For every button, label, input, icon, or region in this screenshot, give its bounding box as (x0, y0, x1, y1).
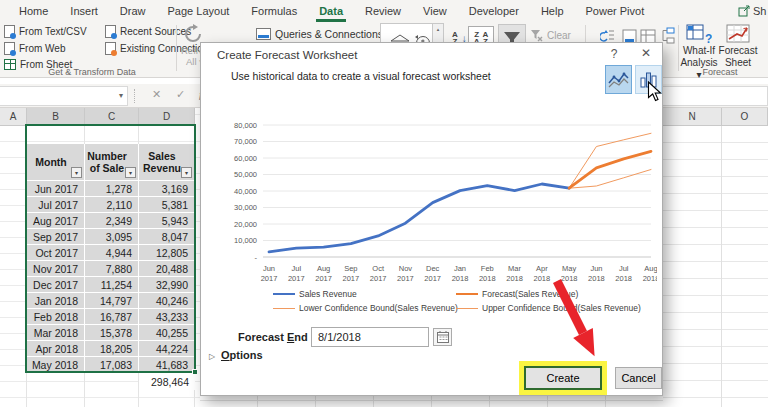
column-header-d[interactable]: D (139, 108, 195, 126)
queries-connections-label: Queries & Connections (275, 28, 383, 40)
tab-formulas[interactable]: Formulas (240, 1, 308, 22)
table-cell[interactable]: Oct 2017 (27, 245, 85, 261)
x-axis-tick: Nov2017 (397, 264, 414, 283)
table-cell[interactable]: 41,683 (139, 357, 195, 373)
table-cell[interactable]: 12,805 (139, 245, 195, 261)
name-box[interactable]: ▾ (0, 86, 128, 106)
table-cell[interactable]: 4,944 (85, 245, 139, 261)
table-cell[interactable]: 2,110 (85, 197, 139, 213)
header-label: Month (35, 156, 67, 168)
table-cell[interactable]: Jun 2017 (27, 181, 85, 197)
tab-draw[interactable]: Draw (109, 1, 157, 22)
table-cell[interactable]: 1,278 (85, 181, 139, 197)
table-header-3[interactable]: Sales Revenu▾ (139, 144, 195, 181)
column-header-a[interactable]: A (0, 108, 27, 126)
column-header-o[interactable]: O (722, 108, 768, 126)
legend-label: Lower Confidence Bound(Sales Revenue) (299, 303, 458, 313)
table-cell[interactable]: 44,224 (139, 341, 195, 357)
table-cell[interactable]: 15,378 (85, 325, 139, 341)
forecast-end-input[interactable] (311, 327, 429, 347)
column-header-b[interactable]: B (27, 108, 85, 126)
table-cell[interactable]: Feb 2018 (27, 309, 85, 325)
table-cell[interactable]: Apr 2018 (27, 341, 85, 357)
table-cell[interactable]: 7,880 (85, 261, 139, 277)
table-cell[interactable]: 17,083 (85, 357, 139, 373)
table-cell[interactable]: Jan 2018 (27, 293, 85, 309)
clear-filter-button[interactable]: Clear (530, 29, 571, 42)
filter-dropdown-button[interactable]: ▾ (181, 167, 192, 178)
table-header-1[interactable]: Month▾ (27, 144, 85, 181)
recent-sources-button[interactable]: Recent Sources (105, 25, 191, 38)
scroll-up-icon[interactable]: ▴ (437, 26, 440, 32)
table-cell[interactable]: 3,169 (139, 181, 195, 197)
name-box-dropdown-icon[interactable]: ▾ (119, 91, 123, 100)
formula-bar-divider (134, 89, 135, 103)
bar-chart-icon (639, 70, 658, 89)
column-header-c[interactable]: C (85, 108, 139, 126)
table-cell[interactable]: 18,205 (85, 341, 139, 357)
help-button[interactable]: ? (605, 47, 623, 63)
table-cell[interactable]: 40,246 (139, 293, 195, 309)
formula-cancel-icon[interactable]: ✕ (152, 88, 161, 101)
table-cell[interactable]: 32,990 (139, 277, 195, 293)
tab-review[interactable]: Review (354, 1, 412, 22)
worksheet-left[interactable]: A B C D Month▾Number of Sale▾Sales Reven… (0, 108, 200, 407)
table-cell[interactable]: 11,254 (85, 277, 139, 293)
table-cell[interactable]: 43,233 (139, 309, 195, 325)
refresh-all-button[interactable] (183, 24, 203, 44)
column-headers-right: N O (663, 108, 768, 126)
date-picker-button[interactable] (433, 328, 452, 346)
queries-connections-button[interactable]: Queries & Connections (256, 28, 383, 40)
table-cell[interactable]: Aug 2017 (27, 213, 85, 229)
close-icon[interactable]: ✕ (637, 46, 655, 62)
tab-help[interactable]: Help (530, 1, 575, 22)
table-row: Jan 201814,79740,246 (27, 293, 195, 309)
table-cell[interactable]: Sep 2017 (27, 229, 85, 245)
table-cell[interactable]: 5,943 (139, 213, 195, 229)
tab-developer[interactable]: Developer (458, 1, 530, 22)
total-cell[interactable]: 298,464 (139, 373, 195, 390)
table-cell[interactable]: Mar 2018 (27, 325, 85, 341)
filter-dropdown-button[interactable]: ▾ (71, 167, 82, 178)
table-cell[interactable]: Nov 2017 (27, 261, 85, 277)
options-expander-icon[interactable]: ▷ (209, 352, 215, 361)
table-cell[interactable]: May 2018 (27, 357, 85, 373)
options-toggle[interactable]: Options (221, 349, 263, 361)
x-axis-tick: Apr2018 (534, 264, 551, 283)
forecast-sheet-icon (725, 24, 751, 45)
table-cell[interactable]: 3,095 (85, 229, 139, 245)
create-button[interactable]: Create (524, 366, 602, 390)
forecast-sheet-button[interactable]: Forecast Sheet (718, 24, 758, 69)
table-cell[interactable]: 20,488 (139, 261, 195, 277)
table-cell[interactable]: Jul 2017 (27, 197, 85, 213)
fill-handle[interactable] (192, 369, 198, 375)
formula-check-icon[interactable]: ✓ (176, 88, 185, 101)
share-button[interactable]: Sh (738, 5, 768, 17)
table-cell[interactable]: 14,797 (85, 293, 139, 309)
filter-dropdown-button[interactable]: ▾ (125, 167, 136, 178)
table-cell[interactable]: 8,047 (139, 229, 195, 245)
tab-data[interactable]: Data (308, 1, 354, 22)
table-header-2[interactable]: Number of Sale▾ (85, 144, 139, 181)
tab-view[interactable]: View (412, 1, 458, 22)
table-cell[interactable]: 16,787 (85, 309, 139, 325)
table-cell[interactable]: 40,255 (139, 325, 195, 341)
worksheet-right[interactable]: N O (663, 108, 768, 407)
line-chart-type-button[interactable] (605, 65, 632, 94)
table-cell[interactable]: 2,349 (85, 213, 139, 229)
table-cell[interactable]: 5,381 (139, 197, 195, 213)
tab-page-layout[interactable]: Page Layout (157, 1, 241, 22)
from-text-csv-label: From Text/CSV (19, 26, 87, 37)
column-header-n[interactable]: N (663, 108, 722, 126)
tab-insert[interactable]: Insert (59, 1, 109, 22)
file-text-icon (4, 25, 15, 38)
table-cell[interactable]: Dec 2017 (27, 277, 85, 293)
connection-file-icon (105, 42, 116, 55)
from-web-button[interactable]: From Web (4, 42, 66, 55)
bar-chart-type-button[interactable] (635, 65, 662, 94)
tab-power-pivot[interactable]: Power Pivot (575, 1, 656, 22)
tab-home[interactable]: Home (8, 1, 59, 22)
cancel-button[interactable]: Cancel (615, 367, 662, 389)
table-row: Apr 201818,20544,224 (27, 341, 195, 357)
from-text-csv-button[interactable]: From Text/CSV (4, 25, 87, 38)
